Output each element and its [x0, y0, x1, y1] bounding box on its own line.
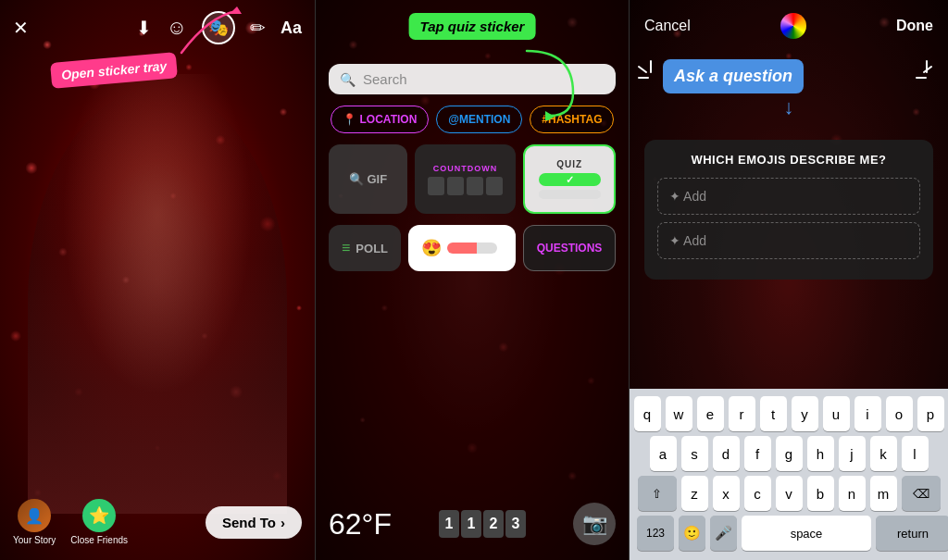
ask-question-label: Ask a question: [663, 59, 804, 93]
panel1-bottom-row: 👤 Your Story ⭐ Close Friends Send To ›: [13, 499, 302, 545]
countdown-tile-1: [428, 177, 444, 195]
poll-row: ≡ POLL 😍 QUESTIONS: [329, 225, 616, 271]
key-c[interactable]: c: [744, 476, 771, 511]
camera-button[interactable]: 📷: [573, 503, 616, 545]
your-story-label: Your Story: [13, 535, 56, 545]
key-l[interactable]: l: [902, 436, 929, 471]
avatar-image: 👤: [18, 499, 51, 532]
quiz-question-text: WHICH EMOJIS DESCRIBE ME?: [657, 153, 920, 167]
keyboard-row-2: a s d f g h j k l: [633, 436, 944, 471]
key-v[interactable]: v: [776, 476, 803, 511]
mic-key[interactable]: 🎤: [710, 516, 737, 551]
key-z[interactable]: z: [681, 476, 708, 511]
send-to-label: Send To: [222, 515, 276, 530]
sparkle-right-icon: [913, 59, 941, 96]
quiz-label: QUIZ: [556, 159, 582, 169]
camera-icon: 📷: [582, 512, 607, 536]
send-to-chevron: ›: [281, 515, 285, 530]
key-o[interactable]: o: [886, 396, 913, 431]
draw-icon[interactable]: ✏: [250, 17, 266, 39]
temperature-display: 62°F: [329, 507, 392, 541]
option1-placeholder: ✦ Add: [669, 189, 706, 204]
quiz-sticker[interactable]: QUIZ ✓: [523, 144, 616, 214]
close-friends-avatar: ⭐: [82, 499, 116, 532]
tap-quiz-arrow: [508, 46, 582, 120]
panel-sticker-tray: Tap quiz sticker 🔍 Search 📍 LOCATION @ME…: [315, 0, 630, 560]
key-n[interactable]: n: [839, 476, 866, 511]
key-h[interactable]: h: [807, 436, 834, 471]
quiz-option-2[interactable]: ✦ Add: [657, 222, 920, 259]
location-sticker[interactable]: 📍 LOCATION: [331, 106, 430, 133]
key-w[interactable]: w: [666, 396, 692, 431]
questions-sticker[interactable]: QUESTIONS: [523, 225, 616, 271]
svg-marker-0: [230, 6, 242, 14]
key-f[interactable]: f: [744, 436, 771, 471]
countdown-label: COUNTDOWN: [433, 164, 498, 173]
location-pin-icon: 📍: [343, 113, 356, 126]
panel2-bottom-bar: 62°F 1 1 2 3 📷: [329, 503, 616, 545]
gif-sticker[interactable]: 🔍 GIF: [329, 144, 407, 214]
key-r[interactable]: r: [729, 396, 755, 431]
search-small-icon: 🔍: [349, 172, 364, 186]
close-button[interactable]: ✕: [13, 17, 29, 39]
color-picker-button[interactable]: [780, 13, 806, 39]
poll-label: POLL: [356, 242, 388, 255]
panel-stories-edit: ✕ ⬇ ☺ 🎭 ✏ Aa Open sticker tray 👤: [0, 0, 315, 560]
key-i[interactable]: i: [854, 396, 881, 431]
keyboard-row-3: ⇧ z x c v b n m ⌫: [633, 476, 944, 511]
key-a[interactable]: a: [650, 436, 677, 471]
emoji-poll-sticker[interactable]: 😍: [408, 225, 516, 271]
annotation-arrow: [172, 6, 246, 62]
send-to-button[interactable]: Send To ›: [206, 506, 302, 539]
svg-line-4: [639, 67, 646, 72]
text-icon[interactable]: Aa: [281, 19, 302, 38]
done-button[interactable]: Done: [896, 18, 933, 34]
flip-tile-3: 2: [483, 510, 504, 538]
countdown-tiles: [428, 177, 503, 195]
keyboard-row-1: q w e r t y u i o p: [633, 396, 944, 431]
close-friends-button[interactable]: ⭐ Close Friends: [70, 499, 128, 545]
quiz-option-1[interactable]: ✦ Add: [657, 178, 920, 215]
key-b[interactable]: b: [807, 476, 834, 511]
countdown-tile-3: [467, 177, 483, 195]
panel1-bottom-bar: 👤 Your Story ⭐ Close Friends Send To ›: [0, 490, 315, 560]
download-icon[interactable]: ⬇: [136, 17, 152, 39]
key-s[interactable]: s: [681, 436, 708, 471]
flip-clock-tiles: 1 1 2 3: [439, 510, 526, 538]
key-q[interactable]: q: [634, 396, 661, 431]
space-key[interactable]: space: [742, 516, 871, 551]
shift-key[interactable]: ⇧: [638, 476, 677, 511]
delete-key[interactable]: ⌫: [902, 476, 941, 511]
cancel-button[interactable]: Cancel: [644, 18, 691, 34]
key-p[interactable]: p: [917, 396, 944, 431]
mention-label: @MENTION: [448, 113, 510, 126]
countdown-sticker[interactable]: COUNTDOWN: [415, 144, 517, 214]
your-story-button[interactable]: 👤 Your Story: [13, 499, 56, 545]
quiz-checkmark: ✓: [566, 174, 574, 186]
key-u[interactable]: u: [823, 396, 850, 431]
numbers-key[interactable]: 123: [637, 516, 674, 551]
poll-sticker[interactable]: ≡ POLL: [329, 225, 401, 271]
emoji-key[interactable]: 🙂: [679, 516, 705, 551]
open-sticker-label: Open sticker tray: [50, 52, 178, 89]
key-g[interactable]: g: [776, 436, 803, 471]
questions-label: QUESTIONS: [537, 242, 603, 255]
search-placeholder: Search: [363, 71, 407, 87]
story-buttons: 👤 Your Story ⭐ Close Friends: [13, 499, 128, 545]
key-m[interactable]: m: [870, 476, 897, 511]
key-e[interactable]: e: [697, 396, 724, 431]
flip-tile-4: 3: [505, 510, 526, 538]
return-key[interactable]: return: [876, 516, 948, 551]
key-x[interactable]: x: [713, 476, 740, 511]
quiz-bar-2: [539, 190, 601, 199]
key-d[interactable]: d: [713, 436, 740, 471]
search-icon: 🔍: [340, 72, 356, 87]
key-t[interactable]: t: [760, 396, 787, 431]
location-label: LOCATION: [360, 113, 418, 126]
key-k[interactable]: k: [870, 436, 897, 471]
panel3-topbar: Cancel Done: [630, 0, 948, 52]
on-screen-keyboard: q w e r t y u i o p a s d f g h j k: [630, 389, 948, 560]
down-arrow-icon: ↓: [784, 95, 794, 119]
key-j[interactable]: j: [839, 436, 866, 471]
key-y[interactable]: y: [792, 396, 818, 431]
